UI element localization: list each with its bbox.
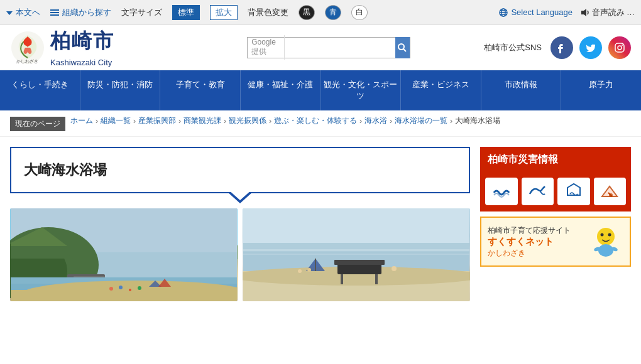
svg-point-28 (138, 286, 141, 290)
logo-area: かしわざき 柏崎市 Kashiwazaki City (10, 28, 173, 67)
disaster-banner[interactable]: 柏崎市災害情報 (480, 147, 631, 211)
svg-point-8 (398, 44, 404, 50)
triangle-down-icon (6, 8, 14, 17)
svg-point-46 (392, 266, 397, 271)
beach-image-right (243, 208, 470, 301)
beach-scene-left-svg (10, 208, 238, 301)
search-box: Google 提供 (247, 37, 410, 58)
search-button[interactable] (395, 37, 410, 58)
nav-item-health[interactable]: 健康・福祉・介護 (241, 70, 321, 110)
svg-point-44 (298, 269, 302, 273)
nav-item-living[interactable]: くらし・手続き (0, 70, 80, 110)
svg-rect-48 (243, 254, 469, 255)
bg-blue-button[interactable]: 青 (325, 5, 341, 20)
globe-icon (498, 8, 508, 18)
disaster-icon-wave2 (522, 178, 554, 205)
google-label: Google 提供 (248, 35, 285, 60)
sns-label: 柏崎市公式SNS (484, 42, 542, 53)
sidebar: 柏崎市災害情報 (480, 147, 631, 301)
svg-point-11 (618, 46, 622, 50)
breadcrumb-links: ホーム › 組織一覧 › 産業振興部 › 商業観光課 › 観光振興係 › 遊ぶ・… (70, 115, 500, 126)
svg-rect-41 (334, 260, 385, 265)
svg-point-27 (129, 289, 131, 291)
font-size-label: 文字サイズ (121, 7, 162, 18)
breadcrumb-commerce[interactable]: 商業観光課 (184, 115, 221, 126)
childcare-site-label: 柏崎市子育て応援サイト (488, 225, 583, 236)
svg-rect-24 (11, 290, 237, 301)
bg-black-button[interactable]: 黒 (299, 5, 315, 20)
childcare-title: すくすくネット (488, 236, 583, 248)
instagram-icon[interactable] (608, 36, 631, 59)
disaster-title: 柏崎市災害情報 (480, 147, 631, 173)
select-language-link[interactable]: Select Language (498, 8, 573, 18)
city-logo-icon: かしわざき (10, 30, 45, 65)
bg-white-button[interactable]: 白 (351, 5, 368, 20)
disaster-icons (480, 175, 631, 211)
nav-item-industry[interactable]: 産業・ビジネス (401, 70, 481, 110)
svg-rect-39 (315, 259, 316, 271)
svg-marker-5 (581, 9, 586, 16)
svg-line-9 (403, 49, 406, 51)
breadcrumb-play[interactable]: 遊ぶ・楽しむ・体験する (274, 115, 357, 126)
menu-icon (50, 9, 59, 16)
svg-rect-10 (615, 43, 624, 52)
sns-area: 柏崎市公式SNS (484, 36, 631, 59)
page-title-triangle (227, 192, 253, 203)
svg-point-55 (598, 244, 613, 257)
beach-scene-right-svg (243, 208, 470, 301)
city-name-en: Kashiwazaki City (50, 58, 114, 67)
disaster-icon-landslide (594, 178, 627, 205)
breadcrumb-tourism-promo[interactable]: 観光振興係 (229, 115, 266, 126)
nav-item-childcare[interactable]: 子育て・教育 (160, 70, 241, 110)
flood-icon (564, 181, 584, 201)
search-area: Google 提供 (173, 37, 484, 58)
city-name: 柏崎市 (50, 28, 114, 55)
svg-point-25 (109, 287, 113, 291)
svg-point-54 (608, 233, 611, 237)
childcare-sub: かしわざき (488, 248, 583, 259)
svg-rect-43 (375, 274, 378, 284)
font-large-button[interactable]: 拡大 (210, 5, 238, 20)
twitter-icon[interactable] (579, 36, 602, 59)
search-icon (397, 43, 407, 53)
org-search-link[interactable]: 組織から探す (50, 7, 111, 18)
svg-point-51 (609, 193, 613, 197)
font-standard-button[interactable]: 標準 (172, 5, 200, 20)
search-input[interactable] (285, 40, 395, 55)
svg-rect-42 (341, 274, 343, 284)
header: かしわざき 柏崎市 Kashiwazaki City Google 提供 柏崎市… (0, 25, 641, 70)
svg-point-52 (597, 228, 615, 245)
main-layout: 大崎海水浴場 (0, 137, 641, 311)
disaster-icon-flood (557, 178, 590, 205)
svg-rect-47 (243, 249, 469, 251)
bg-change-label: 背景色変更 (248, 7, 288, 18)
svg-point-12 (622, 45, 623, 46)
landslide-icon (600, 181, 620, 201)
childcare-banner[interactable]: 柏崎市子育て応援サイト すくすくネット かしわざき (480, 217, 631, 267)
top-bar: 本文へ 組織から探す 文字サイズ 標準 拡大 背景色変更 黒 青 白 (0, 0, 641, 25)
breadcrumb-swimming-list[interactable]: 海水浴場の一覧 (395, 115, 447, 126)
breadcrumb-label: 現在のページ (10, 117, 65, 131)
breadcrumb-current: 大崎海水浴場 (455, 115, 500, 126)
nav-item-tourism[interactable]: 観光・文化・スポーツ (321, 70, 402, 110)
childcare-mascot (588, 224, 623, 259)
nav-item-nuclear[interactable]: 原子力 (561, 70, 641, 110)
svg-point-45 (307, 268, 311, 272)
svg-text:かしわざき: かしわざき (16, 59, 38, 64)
main-nav: くらし・手続き 防災・防犯・消防 子育て・教育 健康・福祉・介護 観光・文化・ス… (0, 70, 641, 110)
breadcrumb-swimming[interactable]: 海水浴 (364, 115, 387, 126)
nav-item-city[interactable]: 市政情報 (481, 70, 562, 110)
disaster-icon-wave (485, 178, 518, 205)
nav-item-disaster[interactable]: 防災・防犯・消防 (80, 70, 161, 110)
breadcrumb-bar: 現在のページ ホーム › 組織一覧 › 産業振興部 › 商業観光課 › 観光振興… (0, 110, 641, 137)
tsunami-icon (527, 181, 547, 201)
svg-point-26 (119, 286, 123, 289)
breadcrumb-org[interactable]: 組織一覧 (101, 115, 131, 126)
facebook-icon[interactable] (551, 36, 573, 59)
beach-images (10, 208, 470, 301)
speaker-icon (580, 8, 590, 18)
main-text-link[interactable]: 本文へ (6, 7, 40, 18)
voice-read-link[interactable]: 音声読み… (580, 7, 635, 18)
breadcrumb-industry-dept[interactable]: 産業振興部 (138, 115, 176, 126)
breadcrumb-home[interactable]: ホーム (70, 115, 93, 126)
